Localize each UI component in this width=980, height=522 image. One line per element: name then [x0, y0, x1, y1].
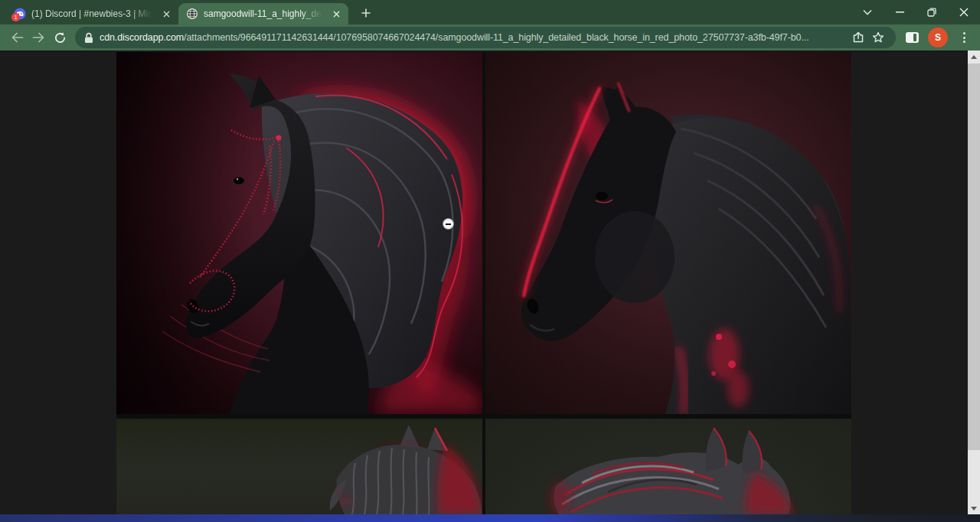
address-bar[interactable]: cdn.discordapp.com/attachments/966491171…	[75, 27, 896, 48]
bookmark-star-icon[interactable]	[868, 28, 888, 47]
vertical-scrollbar[interactable]	[968, 51, 980, 514]
discord-icon: 1	[14, 8, 26, 20]
tab-title: (1) Discord | #newbies-3 | Midjou	[31, 8, 155, 19]
restore-button[interactable]	[916, 0, 948, 24]
window-controls	[851, 0, 980, 24]
horse-panel-top-left	[116, 52, 482, 414]
close-window-button[interactable]	[948, 0, 980, 24]
lock-icon[interactable]	[84, 32, 93, 44]
tab-close-icon[interactable]	[330, 8, 342, 20]
tab-search-chevron-icon[interactable]	[851, 0, 884, 24]
horse-panel-bottom-right	[485, 419, 851, 514]
browser-toolbar: cdn.discordapp.com/attachments/966491171…	[0, 24, 980, 51]
scrollbar-thumb[interactable]	[968, 64, 980, 450]
reload-button[interactable]	[49, 27, 70, 48]
browser-window: 1 (1) Discord | #newbies-3 | Midjou samg…	[0, 0, 980, 522]
back-button[interactable]	[6, 27, 28, 48]
notification-badge: 1	[14, 14, 17, 21]
url-path: /attachments/966491171142631444/10769580…	[184, 32, 808, 43]
tab-image-active[interactable]: samgoodwill-11_a_highly_detaile	[178, 3, 348, 24]
url-host: cdn.discordapp.com	[100, 32, 184, 43]
menu-icon[interactable]	[954, 28, 974, 47]
new-tab-button[interactable]	[356, 3, 376, 23]
tab-strip: 1 (1) Discord | #newbies-3 | Midjou samg…	[0, 0, 980, 24]
profile-avatar[interactable]: S	[928, 28, 948, 47]
scroll-up-icon[interactable]	[968, 51, 980, 63]
page-content	[0, 51, 980, 522]
scroll-down-icon[interactable]	[968, 502, 980, 514]
zoom-out-cursor-icon	[443, 218, 454, 230]
side-panel-icon[interactable]	[902, 28, 922, 47]
tab-discord[interactable]: 1 (1) Discord | #newbies-3 | Midjou	[6, 3, 178, 24]
horse-panel-top-right	[485, 52, 851, 414]
globe-icon	[186, 8, 198, 20]
tab-title: samgoodwill-11_a_highly_detaile	[204, 8, 325, 19]
forward-button[interactable]	[28, 27, 49, 48]
horse-panel-bottom-left	[116, 419, 482, 514]
attachment-image[interactable]	[116, 52, 851, 514]
minimize-button[interactable]	[884, 0, 916, 24]
share-icon[interactable]	[848, 28, 868, 47]
background-window-edge	[0, 514, 980, 522]
url-text: cdn.discordapp.com/attachments/966491171…	[100, 32, 848, 43]
tab-close-icon[interactable]	[160, 8, 172, 20]
